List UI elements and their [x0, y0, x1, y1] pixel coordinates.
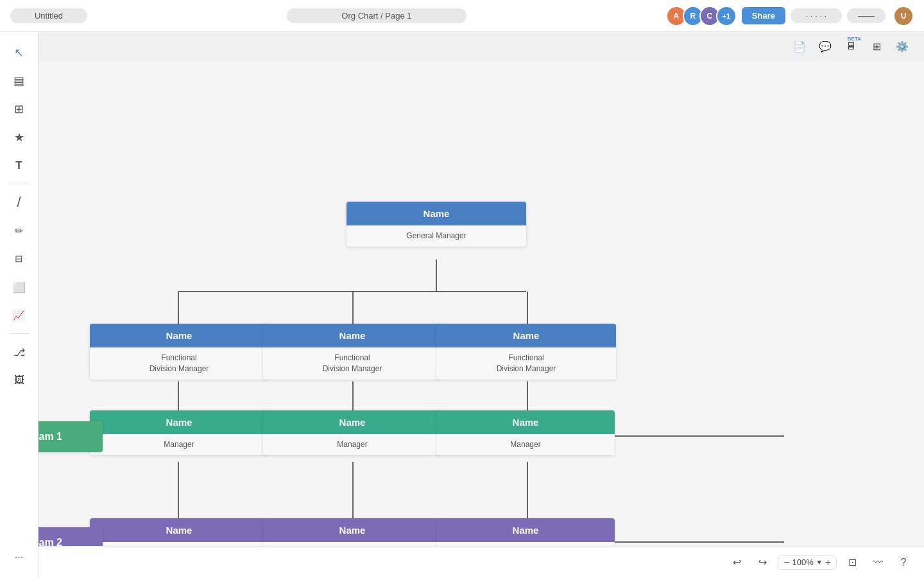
- sidebar-divider-2: [9, 333, 30, 334]
- user-avatar[interactable]: U: [893, 6, 914, 26]
- mgr2-2-name: Name: [263, 518, 441, 542]
- document-title[interactable]: Untitled: [10, 8, 87, 23]
- topbar: Untitled Org Chart / Page 1 A R C +1 Sha…: [0, 0, 924, 32]
- sidebar-item-draw[interactable]: ✏: [6, 218, 32, 243]
- breadcrumb-path[interactable]: Org Chart / Page 1: [287, 8, 466, 23]
- sidebar-item-components[interactable]: ⊞: [6, 96, 32, 122]
- topbar-left: Untitled: [10, 8, 87, 23]
- connectors-svg: [38, 60, 924, 546]
- mgr1-node-1[interactable]: Name Manager: [90, 410, 268, 455]
- beta-badge: BETA: [848, 36, 861, 42]
- dm-node-3[interactable]: Name FunctionalDivision Manager: [436, 324, 616, 380]
- avatar-group: A R C +1: [666, 6, 737, 26]
- mgr1-2-name: Name: [263, 410, 441, 434]
- share-button[interactable]: Share: [742, 7, 785, 24]
- org-chart: Name General Manager Name FunctionalDivi…: [38, 60, 924, 546]
- dm2-name: Name: [263, 324, 441, 347]
- mgr1-node-3[interactable]: Name Manager: [436, 410, 615, 455]
- sidebar-item-line[interactable]: /: [6, 189, 32, 215]
- sidebar-item-sticky[interactable]: ⬜: [6, 274, 32, 300]
- mgr1-1-name: Name: [90, 410, 268, 434]
- dm2-role: FunctionalDivision Manager: [263, 347, 441, 380]
- topbar-action2[interactable]: ——: [847, 8, 886, 23]
- mgr1-3-role: Manager: [436, 434, 615, 455]
- team1-node[interactable]: Team 1: [38, 421, 103, 452]
- redo-button[interactable]: ↪: [752, 552, 773, 573]
- settings-button[interactable]: ⚙️: [891, 35, 914, 58]
- team1-label: Team 1: [38, 431, 62, 442]
- gm-name: Name: [346, 202, 526, 225]
- present-button-wrap: 🖥 BETA: [839, 35, 862, 58]
- sidebar-item-more[interactable]: ···: [6, 545, 32, 570]
- dm3-role: FunctionalDivision Manager: [436, 347, 616, 380]
- zoom-out-button[interactable]: −: [783, 557, 789, 568]
- mgr1-3-name: Name: [436, 410, 615, 434]
- sidebar-item-chart[interactable]: 📈: [6, 302, 32, 328]
- zoom-in-button[interactable]: +: [825, 557, 831, 568]
- mgr2-node-2[interactable]: Name Manager: [263, 518, 441, 546]
- pages-button[interactable]: 📄: [788, 35, 811, 58]
- mgr2-node-3[interactable]: Name Manager: [436, 518, 615, 546]
- gm-role: General Manager: [346, 225, 526, 247]
- zoom-level[interactable]: 100%: [792, 557, 814, 567]
- fit-to-screen-button[interactable]: ⊡: [842, 552, 862, 573]
- toolbar-row: 📄 💬 🖥 BETA ⊞ ⚙️: [788, 32, 914, 60]
- minimap-button[interactable]: 〰: [868, 552, 888, 573]
- sidebar-item-text[interactable]: T: [6, 153, 32, 179]
- team2-label: Team 2: [38, 537, 62, 546]
- mgr2-node-1[interactable]: Name Manager: [90, 518, 268, 546]
- left-sidebar: ↖ ▤ ⊞ ★ T / ✏ ⊟ ⬜ 📈 ⎇ 🖼 ···: [0, 32, 38, 578]
- sidebar-item-table[interactable]: ⊟: [6, 246, 32, 272]
- canvas[interactable]: Name General Manager Name FunctionalDivi…: [38, 60, 924, 546]
- sidebar-item-select[interactable]: ↖: [6, 40, 32, 66]
- sidebar-divider-1: [9, 184, 30, 184]
- mgr2-1-name: Name: [90, 518, 268, 542]
- dm1-name: Name: [90, 324, 268, 347]
- topbar-action1[interactable]: · · · · ·: [791, 8, 842, 23]
- zoom-control[interactable]: − 100% ▼ +: [778, 556, 837, 570]
- undo-button[interactable]: ↩: [726, 552, 747, 573]
- avatar-overflow[interactable]: +1: [716, 6, 737, 26]
- comments-button[interactable]: 💬: [814, 35, 837, 58]
- mgr2-3-name: Name: [436, 518, 615, 542]
- sidebar-item-image[interactable]: 🖼: [6, 367, 32, 393]
- dm3-name: Name: [436, 324, 616, 347]
- dm1-role: FunctionalDivision Manager: [90, 347, 268, 380]
- mgr1-1-role: Manager: [90, 434, 268, 455]
- topbar-right: A R C +1 Share · · · · · —— U: [666, 6, 914, 26]
- help-button[interactable]: ?: [893, 552, 914, 573]
- dm-node-1[interactable]: Name FunctionalDivision Manager: [90, 324, 268, 380]
- zoom-dropdown-icon[interactable]: ▼: [816, 559, 823, 566]
- team2-node[interactable]: Team 2: [38, 527, 103, 546]
- sidebar-item-flow[interactable]: ⎇: [6, 339, 32, 365]
- sidebar-item-favorites[interactable]: ★: [6, 125, 32, 150]
- bottombar: ↩ ↪ − 100% ▼ + ⊡ 〰 ?: [38, 546, 924, 578]
- mgr1-node-2[interactable]: Name Manager: [263, 410, 441, 455]
- topbar-center: Org Chart / Page 1: [287, 8, 466, 23]
- dm-node-2[interactable]: Name FunctionalDivision Manager: [263, 324, 441, 380]
- gm-node[interactable]: Name General Manager: [346, 202, 526, 247]
- sidebar-item-frames[interactable]: ▤: [6, 68, 32, 94]
- mgr1-2-role: Manager: [263, 434, 441, 455]
- embed-button[interactable]: ⊞: [865, 35, 888, 58]
